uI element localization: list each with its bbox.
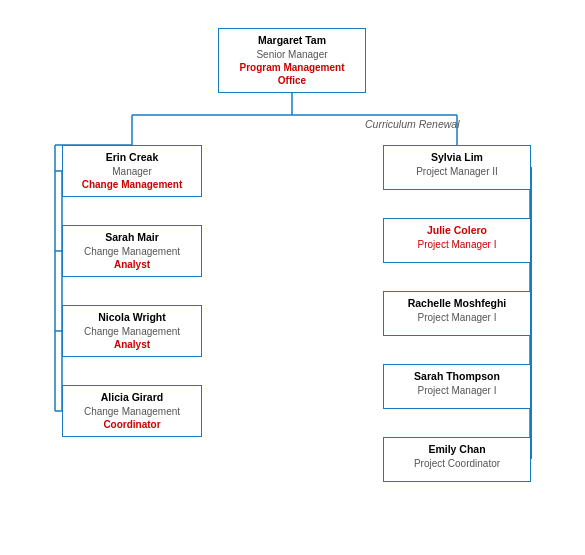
sarah-t-title: Project Manager I — [390, 384, 524, 397]
erin-name: Erin Creak — [69, 151, 195, 165]
erin-title: Manager — [69, 165, 195, 178]
sylvia-name: Sylvia Lim — [390, 151, 524, 165]
node-sarah-t: Sarah Thompson Project Manager I — [383, 364, 531, 409]
node-sarah-mair: Sarah Mair Change Management Analyst — [62, 225, 202, 277]
margaret-name: Margaret Tam — [225, 34, 359, 48]
sarah-mair-title: Change Management — [69, 245, 195, 258]
margaret-title: Senior Manager — [225, 48, 359, 61]
sarah-mair-name: Sarah Mair — [69, 231, 195, 245]
alicia-dept: Coordinator — [69, 418, 195, 431]
rachelle-title: Project Manager I — [390, 311, 524, 324]
nicola-dept: Analyst — [69, 338, 195, 351]
alicia-name: Alicia Girard — [69, 391, 195, 405]
org-chart: Margaret Tam Senior Manager Program Mana… — [0, 0, 585, 555]
node-sylvia: Sylvia Lim Project Manager II — [383, 145, 531, 190]
rachelle-name: Rachelle Moshfeghi — [390, 297, 524, 311]
margaret-dept: Program Management Office — [225, 61, 359, 87]
nicola-title: Change Management — [69, 325, 195, 338]
emily-name: Emily Chan — [390, 443, 524, 457]
curriculum-label: Curriculum Renewal — [365, 118, 460, 130]
alicia-title: Change Management — [69, 405, 195, 418]
node-nicola: Nicola Wright Change Management Analyst — [62, 305, 202, 357]
node-emily: Emily Chan Project Coordinator — [383, 437, 531, 482]
sarah-t-name: Sarah Thompson — [390, 370, 524, 384]
node-alicia: Alicia Girard Change Management Coordina… — [62, 385, 202, 437]
node-julie: Julie Colero Project Manager I — [383, 218, 531, 263]
node-margaret: Margaret Tam Senior Manager Program Mana… — [218, 28, 366, 93]
julie-name: Julie Colero — [390, 224, 524, 238]
nicola-name: Nicola Wright — [69, 311, 195, 325]
erin-dept: Change Management — [69, 178, 195, 191]
node-erin: Erin Creak Manager Change Management — [62, 145, 202, 197]
julie-title: Project Manager I — [390, 238, 524, 251]
sylvia-title: Project Manager II — [390, 165, 524, 178]
emily-title: Project Coordinator — [390, 457, 524, 470]
sarah-mair-dept: Analyst — [69, 258, 195, 271]
node-rachelle: Rachelle Moshfeghi Project Manager I — [383, 291, 531, 336]
